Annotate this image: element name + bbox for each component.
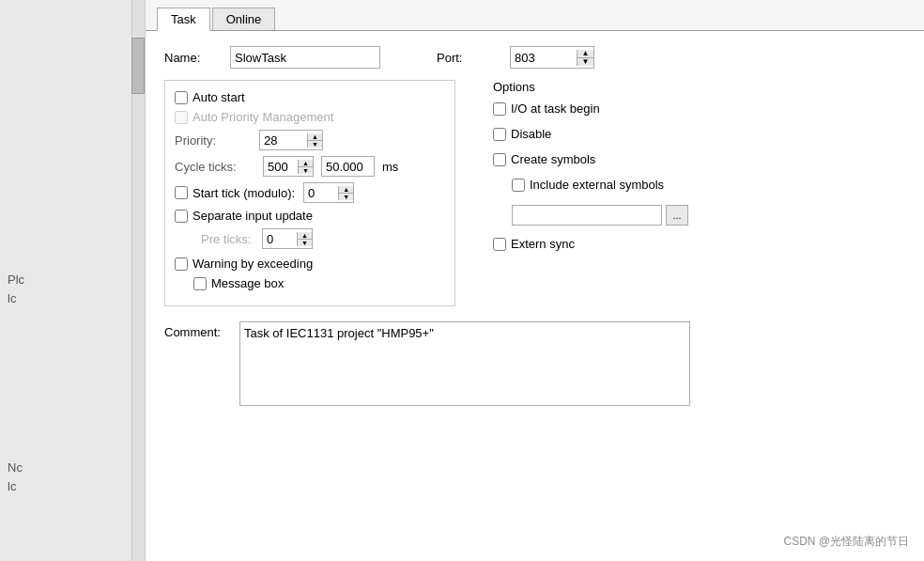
sidebar-label-plc: Plc — [8, 273, 24, 287]
include-external-checkbox[interactable] — [512, 179, 525, 192]
tab-bar: Task Online — [146, 0, 924, 31]
port-section: Port: ▲ ▼ — [437, 46, 594, 69]
auto-start-label: Auto start — [192, 90, 245, 104]
pre-ticks-row: Pre ticks: ▲ ▼ — [201, 228, 445, 249]
comment-section: Comment: Task of IEC1131 project "HMP95+… — [164, 321, 905, 406]
separate-input-row: Separate input update — [175, 209, 445, 223]
warning-section: Warning by exceeding Message box — [175, 257, 445, 290]
cycle-ms-field — [321, 156, 375, 177]
io-task-row: I/O at task begin — [493, 101, 905, 116]
start-tick-input[interactable] — [304, 184, 338, 202]
cycle-ticks-spin-up[interactable]: ▲ — [298, 160, 313, 167]
port-input-wrap: ▲ ▼ — [510, 46, 594, 69]
start-tick-spin-up[interactable]: ▲ — [338, 186, 353, 194]
disable-checkbox[interactable] — [493, 128, 506, 141]
io-task-checkbox[interactable] — [493, 102, 506, 116]
start-tick-checkbox[interactable] — [175, 186, 188, 199]
start-tick-label: Start tick (modulo): — [192, 186, 295, 200]
scrollbar-track — [131, 0, 145, 561]
disable-row: Disable — [493, 127, 905, 141]
pre-ticks-spin-down[interactable]: ▼ — [297, 240, 312, 246]
extern-sync-label: Extern sync — [511, 237, 575, 251]
warning-checkbox[interactable] — [175, 257, 188, 271]
pre-ticks-spin-up[interactable]: ▲ — [297, 232, 312, 240]
cycle-ms-input[interactable] — [322, 158, 374, 176]
cycle-ticks-spinner: ▲ ▼ — [263, 156, 314, 177]
disable-label: Disable — [511, 127, 551, 141]
tab-online[interactable]: Online — [212, 8, 276, 30]
include-external-row: Include external symbols — [512, 178, 905, 192]
message-box-row: Message box — [193, 276, 445, 290]
auto-start-row: Auto start — [175, 90, 445, 104]
sidebar-label-lc2: lc — [8, 479, 16, 493]
pre-ticks-spinner: ▲ ▼ — [262, 228, 313, 249]
auto-priority-row: Auto Priority Management — [175, 110, 445, 124]
create-symbols-row: Create symbols — [493, 152, 905, 166]
comment-textarea[interactable]: Task of IEC1131 project "HMP95+" — [239, 321, 690, 406]
warning-row: Warning by exceeding — [175, 257, 445, 271]
priority-label: Priority: — [175, 133, 259, 148]
options-title: Options — [493, 80, 905, 94]
separate-input-checkbox[interactable] — [175, 210, 188, 223]
priority-input[interactable] — [260, 132, 307, 149]
sidebar-label-lc1: lc — [8, 291, 16, 305]
message-box-checkbox[interactable] — [193, 277, 207, 290]
extern-sync-checkbox[interactable] — [493, 238, 506, 251]
start-tick-spinner: ▲ ▼ — [303, 182, 354, 203]
symbol-path-row: ... — [512, 205, 905, 226]
scrollbar-thumb[interactable] — [131, 38, 145, 94]
cycle-ticks-spin-down[interactable]: ▼ — [298, 167, 313, 174]
priority-spinner: ▲ ▼ — [259, 130, 323, 150]
warning-label: Warning by exceeding — [192, 257, 313, 271]
name-label: Name: — [164, 51, 230, 65]
auto-priority-checkbox[interactable] — [175, 111, 188, 124]
priority-row: Priority: ▲ ▼ — [175, 130, 445, 150]
port-input[interactable] — [511, 49, 577, 67]
left-column: Auto start Auto Priority Management Prio… — [164, 80, 455, 306]
options-group: I/O at task begin Disable Create symbols — [493, 101, 905, 257]
symbol-path-input[interactable] — [512, 205, 662, 226]
create-symbols-label: Create symbols — [511, 152, 595, 166]
cycle-ticks-label: Cycle ticks: — [175, 160, 259, 174]
sidebar: Plc lc Nc lc — [0, 0, 146, 561]
start-tick-row: Start tick (modulo): ▲ ▼ — [175, 182, 445, 203]
priority-spin-down[interactable]: ▼ — [307, 141, 322, 148]
message-box-label: Message box — [211, 276, 284, 290]
pre-ticks-input[interactable] — [263, 230, 297, 248]
start-tick-spin-down[interactable]: ▼ — [338, 194, 353, 200]
tab-task[interactable]: Task — [157, 8, 210, 31]
comment-label: Comment: — [164, 325, 230, 339]
watermark: CSDN @光怪陆离的节日 — [783, 534, 909, 550]
browse-button[interactable]: ... — [666, 205, 688, 226]
include-external-label: Include external symbols — [530, 178, 664, 192]
pre-ticks-label: Pre ticks: — [201, 232, 262, 246]
form-area: Name: Port: ▲ ▼ Auto star — [146, 31, 924, 421]
port-spin-down[interactable]: ▼ — [577, 58, 593, 66]
two-col-layout: Auto start Auto Priority Management Prio… — [164, 80, 905, 306]
name-input[interactable] — [230, 46, 380, 69]
auto-start-checkbox[interactable] — [175, 91, 188, 104]
name-port-row: Name: Port: ▲ ▼ — [164, 46, 905, 69]
separate-input-label: Separate input update — [192, 209, 313, 223]
cycle-ticks-input[interactable] — [264, 158, 298, 176]
right-column: Options I/O at task begin Disable — [474, 80, 905, 306]
auto-priority-label: Auto Priority Management — [192, 110, 333, 124]
port-label: Port: — [437, 51, 502, 65]
sidebar-label-nc: Nc — [8, 460, 23, 475]
io-task-label: I/O at task begin — [511, 101, 600, 116]
port-spinner: ▲ ▼ — [577, 50, 593, 66]
priority-spin-up[interactable]: ▲ — [307, 133, 322, 141]
create-symbols-checkbox[interactable] — [493, 153, 506, 166]
main-panel: Task Online Name: Port: ▲ ▼ — [146, 0, 924, 561]
ms-unit-label: ms — [382, 160, 398, 174]
extern-sync-row: Extern sync — [493, 237, 905, 251]
cycle-ticks-row: Cycle ticks: ▲ ▼ ms — [175, 156, 445, 177]
